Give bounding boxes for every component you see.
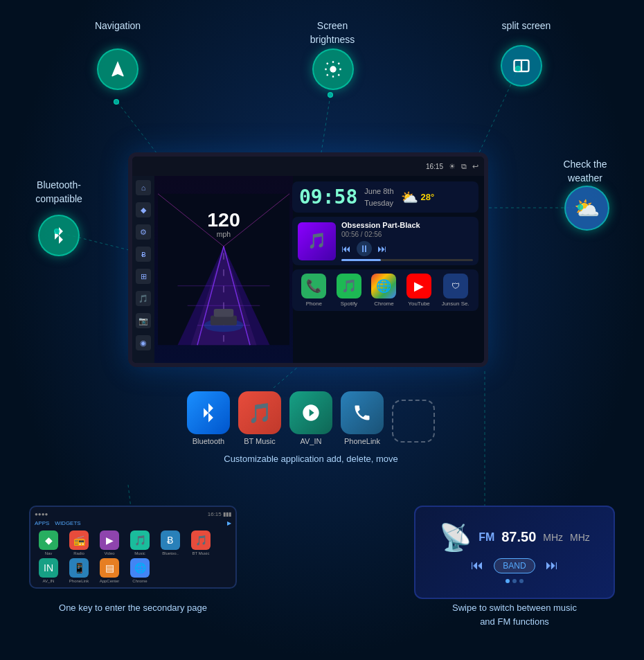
bottom-bluetooth-app[interactable]: Bluetooth <box>187 391 230 445</box>
app-chrome[interactable]: 🌐 Chrome <box>371 274 396 307</box>
bottom-phonelink-label: PhoneLink <box>344 437 380 445</box>
chrome-app-icon[interactable]: 🌐 <box>371 274 396 298</box>
chrome-app-label: Chrome <box>374 301 393 307</box>
screen-brightness-icon[interactable] <box>312 48 354 90</box>
sp-bluetooth-app[interactable]: Ƀ Bluetoo.. <box>156 530 184 555</box>
music-controls[interactable]: ⏮ ⏸ ⏭ <box>341 241 473 256</box>
app-junsun[interactable]: 🛡 Junsun Se. <box>442 274 469 307</box>
nav-sb-icon[interactable]: ◆ <box>136 202 151 217</box>
fm-prev-btn[interactable]: ⏮ <box>471 558 483 573</box>
sp-tab-widgets[interactable]: WIDGETS <box>55 520 80 526</box>
fm-top-row: 📡 FM 87.50 MHz MHz <box>439 522 590 553</box>
sp-appstore-icon[interactable]: ▤ <box>100 558 119 578</box>
bottom-apps-row: Bluetooth 🎵 BT Music AV_IN PhoneLink <box>187 391 435 445</box>
weather-icon[interactable]: ⛅ <box>564 186 609 231</box>
bottom-avin-icon[interactable] <box>289 391 332 434</box>
bottom-bluetooth-icon[interactable] <box>187 391 230 434</box>
song-time: 00:56 / 02:56 <box>341 231 473 238</box>
sp-nav-icon[interactable]: ◆ <box>39 530 58 550</box>
weekday-display: Tuesday <box>364 197 393 209</box>
sp-nav-app[interactable]: ◆ Nav <box>35 530 62 555</box>
sp-btmusic-app[interactable]: 🎵 BT Music <box>187 530 215 555</box>
home-sb-icon[interactable]: ⌂ <box>136 180 151 195</box>
sp-expand-icon[interactable]: ▶ <box>227 520 231 526</box>
fm-dots <box>506 579 524 583</box>
next-btn[interactable]: ⏭ <box>377 243 387 254</box>
bluetooth-icon[interactable] <box>38 215 80 256</box>
dot-nav <box>114 99 119 105</box>
sp-chrome2-icon[interactable]: 🌐 <box>130 558 150 578</box>
sp-phonelink2-app[interactable]: 📱 PhoneLink <box>65 558 93 583</box>
tunnel-area: 120 mph <box>154 176 293 363</box>
phone-app-icon[interactable]: 📞 <box>301 274 326 298</box>
sp-apps-grid: ◆ Nav 📻 Radio ▶ Video 🎵 Music Ƀ Bluetoo.… <box>35 530 231 583</box>
progress-fill <box>341 259 381 261</box>
sp-radio-icon[interactable]: 📻 <box>69 530 89 550</box>
youtube-app-label: YouTube <box>408 301 429 307</box>
prev-btn[interactable]: ⏮ <box>341 243 351 254</box>
bottom-btmusic-icon[interactable]: 🎵 <box>238 391 281 434</box>
app-phone[interactable]: 📞 Phone <box>301 274 326 307</box>
device-screen: 16:15 ☀ ⧉ ↩ ⌂ ◆ ⚙ Ƀ ⊞ 🎵 📷 ◉ <box>128 152 488 367</box>
bottom-empty-icon <box>392 400 435 443</box>
cam-sb-icon[interactable]: 📷 <box>136 313 151 328</box>
weather-label: Check the weather <box>547 158 623 185</box>
bottom-phonelink-icon[interactable] <box>341 391 384 434</box>
date-display: June 8th <box>364 186 393 197</box>
navigation-icon[interactable] <box>97 48 138 90</box>
sp-music-icon[interactable]: 🎵 <box>130 530 150 550</box>
bottom-avin-app[interactable]: AV_IN <box>289 391 332 445</box>
bt-sb-icon[interactable]: Ƀ <box>136 247 151 262</box>
circle-sb-icon[interactable]: ◉ <box>136 335 151 350</box>
sp-chrome2-app[interactable]: 🌐 Chrome <box>126 558 154 583</box>
youtube-app-icon[interactable]: ▶ <box>406 274 431 298</box>
svg-text:mph: mph <box>217 231 231 238</box>
secondary-preview[interactable]: ●●●● 16:15 ▮▮▮ APPS WIDGETS ▶ ◆ Nav 📻 Ra… <box>29 506 237 589</box>
bottom-avin-label: AV_IN <box>301 437 322 445</box>
sp-music-app[interactable]: 🎵 Music <box>126 530 154 555</box>
fm-band-btn[interactable]: BAND <box>494 558 535 573</box>
split-screen-icon[interactable] <box>501 45 542 87</box>
sp-phonelink2-icon[interactable]: 📱 <box>69 558 89 578</box>
svg-rect-24 <box>214 309 234 316</box>
fm-dot-1 <box>506 579 510 583</box>
fm-unit2: MHz <box>570 532 590 543</box>
bottom-phonelink-app[interactable]: PhoneLink <box>341 391 384 445</box>
apps-sb-icon[interactable]: ⊞ <box>136 269 151 284</box>
fm-controls[interactable]: ⏮ BAND ⏭ <box>471 558 557 573</box>
sp-avin-icon[interactable]: IN <box>39 558 58 578</box>
sp-video-icon[interactable]: ▶ <box>100 530 119 550</box>
dot-split <box>515 66 521 71</box>
brightness-small-icon[interactable]: ☀ <box>449 162 456 171</box>
junsun-app-icon[interactable]: 🛡 <box>443 274 468 298</box>
fm-next-btn[interactable]: ⏭ <box>546 558 558 573</box>
apps-row: 📞 Phone 🎵 Spotify 🌐 Chrome ▶ YouTube <box>292 269 478 311</box>
navigation-label: Navigation <box>76 19 159 33</box>
app-spotify[interactable]: 🎵 Spotify <box>337 274 361 307</box>
media-sb-icon[interactable]: 🎵 <box>136 291 151 306</box>
sp-tab-apps[interactable]: APPS <box>35 520 49 526</box>
split-small-icon[interactable]: ⧉ <box>461 162 467 171</box>
sp-appstore-app[interactable]: ▤ AppCenter <box>96 558 123 583</box>
temperature-display: 28° <box>421 192 435 202</box>
settings-sb-icon[interactable]: ⚙ <box>136 224 151 240</box>
music-widget: 🎵 Obsession Part-Black 00:56 / 02:56 ⏮ ⏸… <box>292 217 478 265</box>
album-art: 🎵 <box>298 222 336 260</box>
sp-bluetooth-icon[interactable]: Ƀ <box>161 530 180 550</box>
bottom-btmusic-app[interactable]: 🎵 BT Music <box>238 391 281 445</box>
sp-btmusic-icon[interactable]: 🎵 <box>191 530 211 550</box>
fm-frequency: 87.50 <box>501 529 536 545</box>
back-icon[interactable]: ↩ <box>472 162 478 171</box>
svg-line-5 <box>274 367 298 388</box>
sp-avin-app[interactable]: IN AV_IN <box>35 558 62 583</box>
bottom-empty-app[interactable] <box>392 400 435 445</box>
sp-tabs[interactable]: APPS WIDGETS ▶ <box>35 520 231 526</box>
bottom-bluetooth-label: Bluetooth <box>193 437 224 445</box>
fm-signal-icon: 📡 <box>439 522 472 553</box>
phone-app-label: Phone <box>306 301 322 307</box>
sp-video-app[interactable]: ▶ Video <box>96 530 123 555</box>
pause-btn[interactable]: ⏸ <box>357 241 372 256</box>
sp-radio-app[interactable]: 📻 Radio <box>65 530 93 555</box>
app-youtube[interactable]: ▶ YouTube <box>406 274 431 307</box>
spotify-app-icon[interactable]: 🎵 <box>337 274 361 298</box>
